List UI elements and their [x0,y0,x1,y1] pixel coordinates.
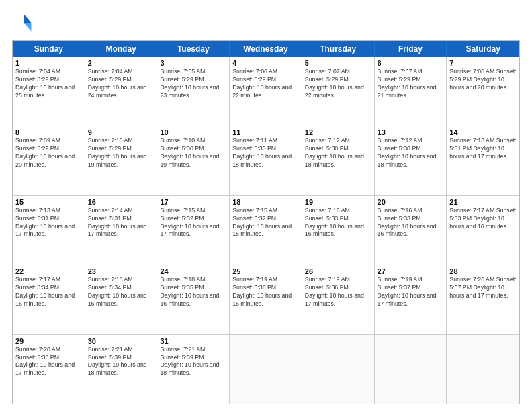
calendar-cell: 1Sunrise: 7:04 AM Sunset: 5:29 PM Daylig… [13,57,85,126]
day-info: Sunrise: 7:15 AM Sunset: 5:32 PM Dayligh… [232,207,299,239]
day-number: 1 [15,59,82,67]
calendar-cell: 21Sunrise: 7:17 AM Sunset: 5:33 PM Dayli… [447,196,519,265]
day-info: Sunrise: 7:21 AM Sunset: 5:39 PM Dayligh… [88,346,154,378]
day-info: Sunrise: 7:19 AM Sunset: 5:36 PM Dayligh… [232,276,299,308]
day-info: Sunrise: 7:04 AM Sunset: 5:29 PM Dayligh… [15,68,82,100]
day-number: 26 [305,267,371,275]
calendar-cell: 12Sunrise: 7:12 AM Sunset: 5:30 PM Dayli… [302,126,375,195]
day-number: 6 [378,59,444,67]
day-info: Sunrise: 7:10 AM Sunset: 5:30 PM Dayligh… [160,137,226,169]
day-info: Sunrise: 7:08 AM Sunset: 5:29 PM Dayligh… [449,68,517,92]
calendar-body: 1Sunrise: 7:04 AM Sunset: 5:29 PM Daylig… [13,57,519,404]
calendar-cell: 11Sunrise: 7:11 AM Sunset: 5:30 PM Dayli… [230,126,302,195]
logo [12,12,36,34]
calendar-cell: 2Sunrise: 7:04 AM Sunset: 5:29 PM Daylig… [85,57,158,126]
day-info: Sunrise: 7:19 AM Sunset: 5:36 PM Dayligh… [305,276,371,308]
day-info: Sunrise: 7:13 AM Sunset: 5:31 PM Dayligh… [449,137,517,161]
day-number: 12 [305,128,371,136]
day-info: Sunrise: 7:18 AM Sunset: 5:34 PM Dayligh… [88,276,154,308]
day-info: Sunrise: 7:09 AM Sunset: 5:29 PM Dayligh… [15,137,82,169]
calendar-week: 29Sunrise: 7:20 AM Sunset: 5:38 PM Dayli… [13,334,519,404]
weekday-header: Thursday [302,41,375,57]
weekday-header: Tuesday [157,41,230,57]
calendar-cell: 10Sunrise: 7:10 AM Sunset: 5:30 PM Dayli… [157,126,230,195]
calendar-cell [375,335,447,404]
day-number: 4 [232,59,299,67]
calendar-cell: 19Sunrise: 7:16 AM Sunset: 5:33 PM Dayli… [302,196,375,265]
day-info: Sunrise: 7:14 AM Sunset: 5:31 PM Dayligh… [88,207,154,239]
day-number: 24 [160,267,226,275]
calendar-cell: 25Sunrise: 7:19 AM Sunset: 5:36 PM Dayli… [230,265,302,334]
calendar-cell: 31Sunrise: 7:21 AM Sunset: 5:39 PM Dayli… [157,335,230,404]
day-number: 27 [378,267,444,275]
calendar-cell [302,335,375,404]
day-number: 7 [449,59,517,67]
day-info: Sunrise: 7:20 AM Sunset: 5:38 PM Dayligh… [15,346,82,378]
calendar-week: 22Sunrise: 7:17 AM Sunset: 5:34 PM Dayli… [13,265,519,334]
day-number: 17 [160,198,226,206]
weekday-header: Friday [375,41,447,57]
calendar-cell: 18Sunrise: 7:15 AM Sunset: 5:32 PM Dayli… [230,196,302,265]
day-number: 21 [449,198,517,206]
weekday-header: Monday [85,41,158,57]
day-info: Sunrise: 7:07 AM Sunset: 5:29 PM Dayligh… [378,68,444,100]
day-info: Sunrise: 7:06 AM Sunset: 5:29 PM Dayligh… [232,68,299,100]
day-number: 19 [305,198,371,206]
weekday-header: Wednesday [230,41,302,57]
day-number: 14 [449,128,517,136]
day-info: Sunrise: 7:20 AM Sunset: 5:37 PM Dayligh… [449,276,517,300]
day-number: 3 [160,59,226,67]
svg-marker-1 [24,23,32,31]
day-number: 13 [378,128,444,136]
calendar-cell: 17Sunrise: 7:15 AM Sunset: 5:32 PM Dayli… [157,196,230,265]
day-number: 8 [15,128,82,136]
calendar: SundayMondayTuesdayWednesdayThursdayFrid… [12,40,520,404]
day-number: 25 [232,267,299,275]
calendar-cell: 16Sunrise: 7:14 AM Sunset: 5:31 PM Dayli… [85,196,158,265]
day-info: Sunrise: 7:12 AM Sunset: 5:30 PM Dayligh… [305,137,371,169]
day-number: 2 [88,59,154,67]
day-info: Sunrise: 7:12 AM Sunset: 5:30 PM Dayligh… [378,137,444,169]
calendar-week: 8Sunrise: 7:09 AM Sunset: 5:29 PM Daylig… [13,126,519,195]
logo-icon [12,12,34,34]
calendar-cell: 13Sunrise: 7:12 AM Sunset: 5:30 PM Dayli… [375,126,447,195]
calendar-cell: 8Sunrise: 7:09 AM Sunset: 5:29 PM Daylig… [13,126,85,195]
day-info: Sunrise: 7:07 AM Sunset: 5:29 PM Dayligh… [305,68,371,100]
day-number: 15 [15,198,82,206]
calendar-cell: 6Sunrise: 7:07 AM Sunset: 5:29 PM Daylig… [375,57,447,126]
calendar-cell: 15Sunrise: 7:13 AM Sunset: 5:31 PM Dayli… [13,196,85,265]
calendar-cell: 22Sunrise: 7:17 AM Sunset: 5:34 PM Dayli… [13,265,85,334]
day-info: Sunrise: 7:05 AM Sunset: 5:29 PM Dayligh… [160,68,226,100]
header [12,12,520,34]
weekday-header: Sunday [13,41,85,57]
day-number: 29 [15,337,82,345]
day-info: Sunrise: 7:04 AM Sunset: 5:29 PM Dayligh… [88,68,154,100]
calendar-cell: 23Sunrise: 7:18 AM Sunset: 5:34 PM Dayli… [85,265,158,334]
calendar-cell: 5Sunrise: 7:07 AM Sunset: 5:29 PM Daylig… [302,57,375,126]
calendar-cell: 26Sunrise: 7:19 AM Sunset: 5:36 PM Dayli… [302,265,375,334]
day-number: 20 [378,198,444,206]
calendar-cell: 29Sunrise: 7:20 AM Sunset: 5:38 PM Dayli… [13,335,85,404]
calendar-cell: 4Sunrise: 7:06 AM Sunset: 5:29 PM Daylig… [230,57,302,126]
calendar-cell [230,335,302,404]
day-number: 31 [160,337,226,345]
day-info: Sunrise: 7:16 AM Sunset: 5:33 PM Dayligh… [378,207,444,239]
day-info: Sunrise: 7:11 AM Sunset: 5:30 PM Dayligh… [232,137,299,169]
svg-marker-0 [24,15,32,23]
calendar-cell: 28Sunrise: 7:20 AM Sunset: 5:37 PM Dayli… [447,265,519,334]
day-number: 9 [88,128,154,136]
calendar-cell: 3Sunrise: 7:05 AM Sunset: 5:29 PM Daylig… [157,57,230,126]
calendar-cell: 14Sunrise: 7:13 AM Sunset: 5:31 PM Dayli… [447,126,519,195]
calendar-cell: 30Sunrise: 7:21 AM Sunset: 5:39 PM Dayli… [85,335,158,404]
day-number: 30 [88,337,154,345]
weekday-header: Saturday [447,41,519,57]
day-number: 11 [232,128,299,136]
day-number: 28 [449,267,517,275]
day-number: 22 [15,267,82,275]
day-info: Sunrise: 7:19 AM Sunset: 5:37 PM Dayligh… [378,276,444,308]
day-number: 18 [232,198,299,206]
day-info: Sunrise: 7:18 AM Sunset: 5:35 PM Dayligh… [160,276,226,308]
calendar-week: 1Sunrise: 7:04 AM Sunset: 5:29 PM Daylig… [13,57,519,126]
day-info: Sunrise: 7:15 AM Sunset: 5:32 PM Dayligh… [160,207,226,239]
calendar-cell: 9Sunrise: 7:10 AM Sunset: 5:29 PM Daylig… [85,126,158,195]
